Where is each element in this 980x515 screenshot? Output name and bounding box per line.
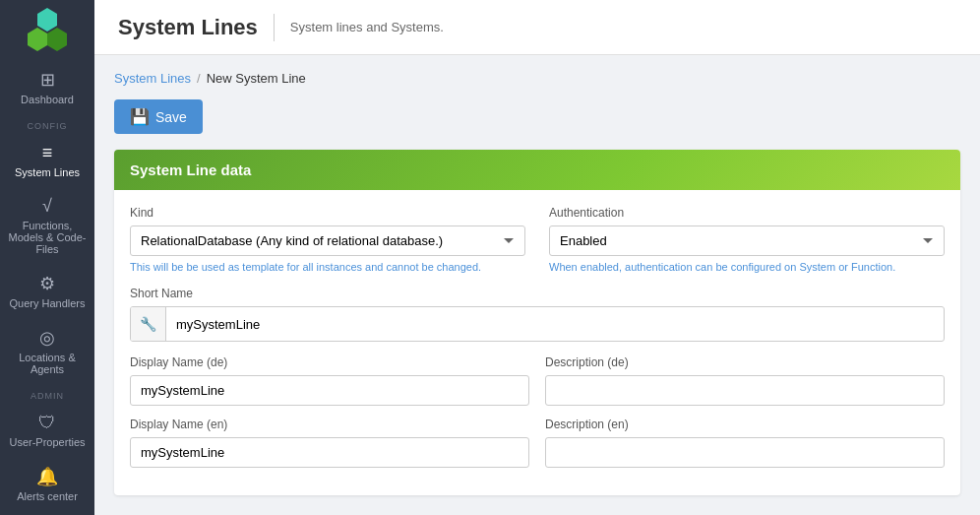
authentication-select[interactable]: Enabled Disabled xyxy=(549,225,945,256)
svg-marker-2 xyxy=(47,28,67,51)
display-name-en-label: Display Name (en) xyxy=(130,418,529,431)
logo xyxy=(0,0,94,59)
short-name-label: Short Name xyxy=(130,287,945,300)
sidebar-item-dashboard-label: Dashboard xyxy=(21,94,74,105)
sidebar-item-locations-label: Locations & Agents xyxy=(4,352,91,375)
short-name-input[interactable] xyxy=(166,310,944,339)
breadcrumb-parent-link[interactable]: System Lines xyxy=(114,71,191,86)
description-de-label: Description (de) xyxy=(545,355,945,369)
header-divider xyxy=(274,14,275,41)
short-name-row: Short Name 🔧 xyxy=(130,287,945,342)
short-name-icon: 🔧 xyxy=(131,307,166,341)
authentication-label: Authentication xyxy=(549,206,945,220)
breadcrumb: System Lines / New System Line xyxy=(114,71,960,86)
dashboard-icon: ⊞ xyxy=(40,69,55,91)
page-title: System Lines xyxy=(118,15,258,40)
sidebar-item-alerts-center[interactable]: 🔔 Alerts center xyxy=(0,456,94,510)
save-button[interactable]: 💾 Save xyxy=(114,99,203,134)
description-de-col: Description (de) xyxy=(545,355,945,406)
alerts-center-icon: 🔔 xyxy=(36,466,58,487)
user-properties-icon: 🛡 xyxy=(38,413,56,433)
logo-icon xyxy=(24,6,71,53)
description-de-input[interactable] xyxy=(545,375,945,406)
sidebar-item-query-handlers[interactable]: ⚙ Query Handlers xyxy=(0,263,94,317)
sidebar-item-user-properties[interactable]: 🛡 User-Properties xyxy=(0,403,94,456)
sidebar-item-functions-label: Functions, Models & Code-Files xyxy=(4,220,91,255)
page-body: System Lines / New System Line 💾 Save Sy… xyxy=(94,55,980,515)
functions-icon: √ xyxy=(42,196,52,217)
authentication-col: Authentication Enabled Disabled When ena… xyxy=(549,206,945,275)
save-button-label: Save xyxy=(155,109,187,125)
sidebar-item-system-lines-label: System Lines xyxy=(15,166,80,178)
card-body: Kind RelationalDatabase (Any kind of rel… xyxy=(114,190,960,495)
card-header: System Line data xyxy=(114,150,960,190)
kind-auth-row: Kind RelationalDatabase (Any kind of rel… xyxy=(130,206,945,275)
description-en-input[interactable] xyxy=(545,437,945,468)
config-section-label: CONFIG xyxy=(0,113,94,133)
save-icon: 💾 xyxy=(130,107,150,126)
header-subtitle: System lines and Systems. xyxy=(290,20,444,34)
sidebar-item-dashboard[interactable]: ⊞ Dashboard xyxy=(0,59,94,113)
system-line-data-card: System Line data Kind RelationalDatabase… xyxy=(114,150,960,495)
system-lines-icon: ≡ xyxy=(42,143,53,163)
display-name-en-col: Display Name (en) xyxy=(130,418,529,468)
en-row: Display Name (en) Description (en) xyxy=(130,418,945,468)
locations-icon: ◎ xyxy=(39,327,55,349)
display-name-en-input[interactable] xyxy=(130,437,529,468)
card-title: System Line data xyxy=(130,161,251,178)
display-name-de-input[interactable] xyxy=(130,375,529,406)
svg-marker-1 xyxy=(28,28,47,51)
kind-hint: This will be be used as template for all… xyxy=(130,260,525,275)
de-row: Display Name (de) Description (de) xyxy=(130,355,945,406)
description-en-col: Description (en) xyxy=(545,418,945,468)
sidebar-item-user-properties-label: User-Properties xyxy=(9,436,85,448)
breadcrumb-separator: / xyxy=(197,71,201,86)
authentication-hint: When enabled, authentication can be conf… xyxy=(549,260,945,275)
sidebar: ⊞ Dashboard CONFIG ≡ System Lines √ Func… xyxy=(0,0,94,515)
header: System Lines System lines and Systems. xyxy=(94,0,980,55)
sidebar-item-query-handlers-label: Query Handlers xyxy=(9,297,85,309)
breadcrumb-current: New System Line xyxy=(207,71,306,86)
kind-label: Kind xyxy=(130,206,525,220)
sidebar-item-functions[interactable]: √ Functions, Models & Code-Files xyxy=(0,186,94,263)
display-name-de-label: Display Name (de) xyxy=(130,355,529,369)
query-handlers-icon: ⚙ xyxy=(39,273,55,294)
sidebar-item-system-lines[interactable]: ≡ System Lines xyxy=(0,133,94,186)
description-en-label: Description (en) xyxy=(545,418,945,431)
admin-section-label: ADMIN xyxy=(0,383,94,403)
svg-marker-0 xyxy=(37,8,57,32)
sidebar-item-alerts-center-label: Alerts center xyxy=(17,490,78,502)
display-name-de-col: Display Name (de) xyxy=(130,355,529,406)
kind-col: Kind RelationalDatabase (Any kind of rel… xyxy=(130,206,525,275)
short-name-wrapper: 🔧 xyxy=(130,306,945,342)
sidebar-item-locations[interactable]: ◎ Locations & Agents xyxy=(0,317,94,383)
main-content: System Lines System lines and Systems. S… xyxy=(94,0,980,515)
kind-select[interactable]: RelationalDatabase (Any kind of relation… xyxy=(130,225,525,256)
